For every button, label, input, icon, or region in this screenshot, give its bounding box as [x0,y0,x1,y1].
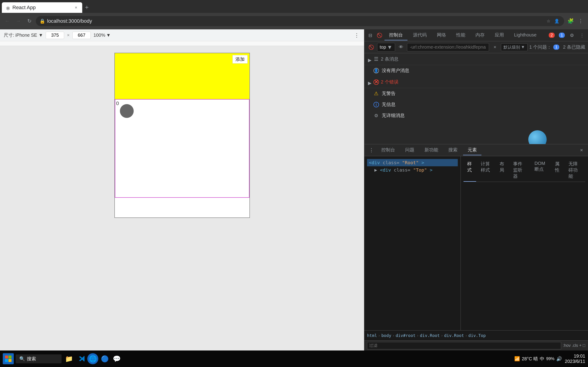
new-tab-button[interactable]: + [82,3,91,12]
extensions-icon[interactable]: 🧩 [566,17,575,26]
tab-memory[interactable]: 内存 [471,30,489,40]
dimension-separator: × [67,33,69,38]
taskbar-sys-tray: 📶 28°C 晴 中 99% 🔊 [514,356,562,362]
context-chevron-icon: ▼ [387,44,393,50]
device-selector[interactable]: 尺寸: iPhone SE ▼ [4,32,43,38]
bottom-more-icon[interactable]: ⋮ [367,147,376,153]
address-icons: ☆ 👤 [545,17,561,25]
devtools-warnings-badge[interactable]: 1 [558,31,566,40]
bottom-tab-elements[interactable]: 元素 [463,145,481,155]
eye-icon[interactable]: 👁 [397,43,405,51]
counter-number: 0 [116,100,119,106]
verbose-text: 无详细消息 [382,112,405,119]
styles-tab-accessibility[interactable]: 无障碍功能 [565,159,585,182]
network-icon[interactable]: 📶 [514,356,520,361]
more-options-icon[interactable]: ⋮ [576,17,585,26]
taskbar-search[interactable]: 🔍 搜索 [16,354,61,363]
taskbar-clock[interactable]: 19:01 2023/6/11 [565,353,585,364]
tab-lighthouse[interactable]: Lighthouse [510,30,541,40]
taskbar-edge-icon[interactable]: 🌐 [87,353,98,364]
bottom-tab-issues[interactable]: 问题 [401,145,419,155]
forward-button[interactable]: → [14,17,23,26]
taskbar-vscode-icon[interactable] [75,353,86,364]
profile-icon[interactable]: 👤 [553,17,561,25]
tab-favicon: ⚛ [6,5,10,10]
tab-console[interactable]: 控制台 [384,30,407,40]
no-user-message: 👤 没有用户消息 [364,65,588,76]
viewport-toolbar: 尺寸: iPhone SE ▼ × 100% ▼ ⋮ [0,29,364,41]
console-toolbar: 🚫 top ▼ 👁 × 默认级别 ▼ 1 个问题： 1 2 条已隐藏 [364,41,588,53]
devtools-inspect-icon[interactable]: 🚫 [375,31,384,40]
dom-node-top[interactable]: ▶ <div class= "Top" > [367,166,458,174]
warnings-count: 1 [559,33,565,38]
verbose-icon: ⚙ [373,113,379,118]
zoom-selector[interactable]: 100% ▼ [94,33,111,38]
info-text: 无信息 [382,101,396,108]
devtools-more-icon[interactable]: ⋮ [578,31,586,40]
elements-content: <div class= "Root" > ▶ <div class= "Top"… [364,156,588,330]
battery-percent: 99% [546,357,554,361]
taskbar-chrome-icon[interactable]: 🔵 [99,353,110,364]
windows-icon[interactable] [3,353,14,364]
battery-indicator[interactable]: 99% [546,357,554,361]
clear-console-icon[interactable]: 🚫 [367,43,375,51]
bottom-tab-console[interactable]: 控制台 [377,145,400,155]
height-input[interactable] [72,32,91,39]
browser-tab-active[interactable]: ⚛ React App × [2,2,82,13]
styles-tab-events[interactable]: 事件监听器 [510,159,530,182]
tab-network[interactable]: 网络 [432,30,451,40]
context-selector[interactable]: top ▼ [377,43,395,52]
messages-header[interactable]: ▶ ☰ 2 条消息 [364,53,588,65]
breadcrumb-divroot[interactable]: div#root [396,333,415,338]
viewport-more-button[interactable]: ⋮ [353,32,360,39]
warning-icon: ⚠ [373,91,379,96]
bookmark-icon[interactable]: ☆ [545,17,552,25]
width-input[interactable] [46,32,64,39]
errors-header[interactable]: ▶ ✕ 2 个错误 [364,76,588,88]
styles-tab-properties[interactable]: 属性 [551,159,564,182]
language-label[interactable]: 中 [540,356,544,362]
devtools-toggle-icon[interactable]: ⊟ [366,31,374,40]
filter-input[interactable] [367,342,561,349]
settings-icon[interactable]: ⚙ [568,31,576,40]
svg-rect-0 [5,356,8,359]
context-label: top [380,44,386,50]
taskbar-file-explorer-icon[interactable]: 📁 [63,353,74,364]
styles-tab-layout[interactable]: 布局 [496,159,509,182]
svg-rect-1 [9,356,11,359]
styles-tab-computed[interactable]: 计算样式 [477,159,495,182]
taskbar-wechat-icon[interactable]: 💬 [111,353,122,364]
add-button[interactable]: 添加 [233,55,248,64]
bottom-tab-new[interactable]: 新功能 [420,145,443,155]
breadcrumb-html[interactable]: html [367,333,377,338]
weather-label[interactable]: 28°C 晴 [522,356,538,362]
filter-clear-icon[interactable]: × [491,43,499,51]
bottom-close-button[interactable]: × [578,147,585,154]
reload-button[interactable]: ↻ [25,17,34,26]
filter-area: :hov .cls + □ [364,340,588,350]
back-button[interactable]: ← [3,17,12,26]
styles-tab-dom-breakpoints[interactable]: DOM 断点 [531,159,550,182]
chevron-down-icon: ▼ [39,33,43,38]
tab-application[interactable]: 应用 [490,30,509,40]
taskbar-right: 📶 28°C 晴 中 99% 🔊 19:01 2023/6/11 [514,353,585,364]
tab-performance[interactable]: 性能 [451,30,470,40]
breadcrumb-divTop[interactable]: div.Top [468,333,486,338]
address-bar[interactable]: 🔒 localhost:3000/body ☆ 👤 [36,16,564,26]
console-filter-input[interactable] [407,43,489,51]
level-label: 默认级别 [503,44,520,50]
level-selector[interactable]: 默认级别 ▼ [501,43,527,51]
breadcrumb-divRoot2[interactable]: div.Root [444,333,464,338]
tab-close-button[interactable]: × [73,5,78,10]
tab-source[interactable]: 源代码 [408,30,431,40]
breadcrumb-divRoot1[interactable]: div.Root [420,333,440,338]
sound-icon[interactable]: 🔊 [556,356,562,361]
dom-node-root[interactable]: <div class= "Root" > [367,159,458,166]
bottom-tab-search[interactable]: 搜索 [444,145,462,155]
devtools-errors-badge[interactable]: 2 [548,31,556,40]
windows-logo-icon [5,356,11,362]
messages-count: 2 条消息 [381,56,398,62]
styles-tab-styles[interactable]: 样式 [464,159,476,182]
breadcrumb-body[interactable]: body [381,333,391,338]
devtools-bottom: ⋮ 控制台 问题 新功能 搜索 元素 × <div class= " [364,144,588,350]
